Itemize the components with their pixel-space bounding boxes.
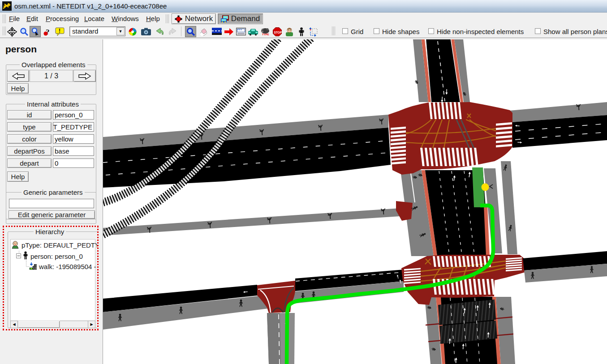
svg-text:TYPE: TYPE [262,33,269,36]
svg-text:STOP: STOP [274,30,282,34]
svg-text:!: ! [59,28,60,34]
